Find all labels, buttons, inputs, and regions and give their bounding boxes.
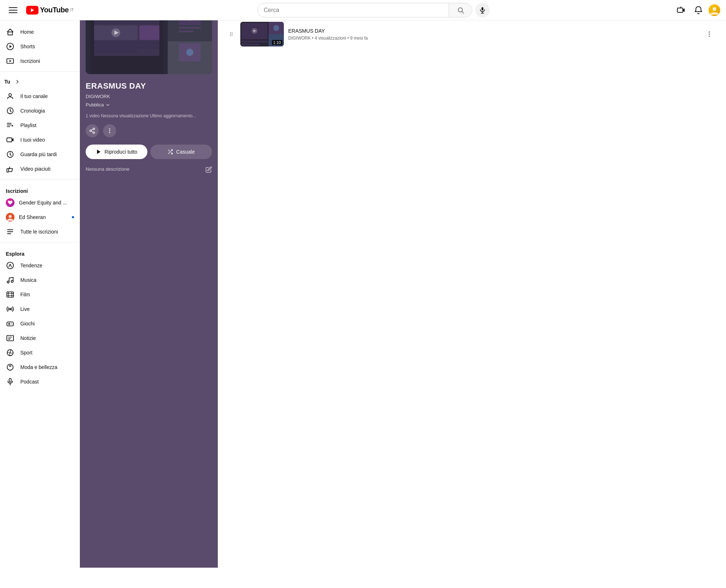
fashion-icon (6, 363, 15, 372)
playlist-channel: DIGIWORK (86, 94, 212, 99)
sidebar-item-liked[interactable]: Video piaciuti (1, 162, 78, 176)
sidebar-item-music[interactable]: Musica (1, 273, 78, 287)
sidebar-item-channel[interactable]: Il tuo canale (1, 89, 78, 104)
hamburger-icon (9, 6, 17, 15)
drag-handle[interactable] (228, 31, 234, 37)
sidebar-item-sport[interactable]: Sport (1, 345, 78, 360)
notifications-button[interactable] (691, 3, 706, 17)
playlist-panel: ERASMUS DAY DIGIWORK Pubblica 1 video Ne… (80, 0, 218, 568)
sidebar-item-subscriptions[interactable]: Iscrizioni (1, 54, 78, 68)
video-separator-2: • (347, 36, 350, 41)
person-icon (6, 92, 15, 101)
bell-icon (694, 6, 703, 15)
play-all-button[interactable]: Riproduci tutto (86, 145, 147, 159)
podcast-icon (6, 377, 15, 386)
sidebar-label-all-subscriptions: Tutte le iscrizioni (20, 229, 58, 235)
svg-point-20 (9, 94, 11, 96)
sidebar-item-news[interactable]: Notizie (1, 331, 78, 345)
playlist-stats: 1 video Nessuna visualizzazione Ultimo a… (86, 113, 212, 118)
visibility-button[interactable]: Pubblica (86, 102, 110, 108)
more-dots-icon (106, 127, 113, 134)
thumb-left (240, 22, 269, 46)
header-center (257, 3, 490, 17)
avatar-icon (709, 4, 720, 16)
sidebar-item-home[interactable]: Home (1, 25, 78, 39)
svg-point-75 (186, 49, 193, 56)
sidebar-item-gaming[interactable]: Giochi (1, 316, 78, 331)
sidebar-user-label: Tu (4, 79, 10, 85)
sidebar-item-films[interactable]: Film (1, 287, 78, 302)
table-row[interactable]: 1:10 ERASMUS DAY DIGIWORK • 4 visualizza… (227, 19, 717, 49)
video-thumbnail: 1:10 (240, 22, 284, 46)
sidebar-item-shorts[interactable]: Shorts (1, 39, 78, 54)
music-icon (6, 276, 15, 284)
sidebar-divider-3 (0, 242, 80, 242)
svg-rect-10 (677, 8, 683, 12)
ed-sheeran-avatar (6, 213, 15, 222)
watch-later-icon (6, 150, 15, 159)
video-more-button[interactable] (703, 28, 716, 41)
svg-marker-25 (12, 125, 14, 127)
sport-icon (6, 348, 15, 357)
playlist-btn-row: Riproduci tutto Casuale (86, 145, 212, 159)
sidebar-label-ed-sheeran: Ed Sheeran (19, 214, 46, 220)
more-options-button[interactable] (103, 124, 116, 137)
chevron-down-icon (105, 102, 110, 108)
sidebar-item-watch-later[interactable]: Guarda più tardi (1, 147, 78, 162)
share-button[interactable] (86, 124, 99, 137)
svg-rect-26 (7, 138, 12, 142)
sidebar-item-podcast[interactable]: Podcast (1, 374, 78, 389)
sidebar-item-playlists[interactable]: Playlist (1, 118, 78, 133)
avatar[interactable] (709, 4, 720, 16)
sidebar-sub-ed-sheeran[interactable]: Ed Sheeran (1, 210, 78, 224)
history-icon (6, 106, 15, 115)
sidebar-label-sport: Sport (20, 350, 32, 356)
drag-icon (228, 31, 234, 37)
svg-point-89 (232, 32, 232, 33)
sidebar-item-fashion[interactable]: Moda e bellezza (1, 360, 78, 374)
sidebar-item-trending[interactable]: Tendenze (1, 258, 78, 273)
film-icon (6, 290, 15, 299)
video-list: Ordina (218, 0, 726, 568)
shuffle-button[interactable]: Casuale (150, 145, 212, 159)
sidebar-label-gender-equity: Gender Equity and ... (19, 200, 67, 206)
menu-button[interactable] (6, 3, 20, 17)
svg-point-93 (232, 35, 232, 36)
thumb-side-bottom (168, 41, 212, 74)
sidebar-item-all-subscriptions[interactable]: Tutte le iscrizioni (1, 224, 78, 239)
sidebar-user-section[interactable]: Tu (0, 74, 80, 89)
video-title: ERASMUS DAY (288, 28, 698, 34)
home-icon (6, 28, 15, 36)
svg-rect-1 (9, 10, 17, 11)
svg-rect-53 (9, 378, 11, 382)
sidebar-item-live[interactable]: Live (1, 302, 78, 316)
svg-point-35 (11, 280, 13, 283)
svg-point-77 (90, 130, 91, 132)
create-button[interactable] (674, 3, 688, 17)
chevron-right-icon (15, 79, 20, 85)
sidebar-item-your-videos[interactable]: I tuoi video (1, 133, 78, 147)
video-separator: • (312, 36, 315, 41)
explore-title: Esplora (0, 245, 80, 258)
sidebar-label-music: Musica (20, 277, 36, 283)
logo[interactable]: YouTubeIT (26, 6, 74, 15)
edit-description-button[interactable] (205, 166, 212, 173)
header: YouTubeIT (0, 0, 726, 20)
svg-point-46 (12, 324, 13, 325)
search-input[interactable] (258, 7, 449, 13)
svg-rect-2 (9, 12, 17, 13)
playlist-title: ERASMUS DAY (86, 81, 212, 91)
svg-rect-0 (9, 7, 17, 8)
svg-marker-17 (9, 45, 12, 48)
sidebar-item-history[interactable]: Cronologia (1, 104, 78, 118)
video-icon (6, 135, 15, 144)
main-content: ERASMUS DAY DIGIWORK Pubblica 1 video Ne… (80, 0, 726, 568)
live-icon (6, 305, 15, 313)
sidebar-label-gaming: Giochi (20, 321, 35, 327)
sidebar-sub-gender-equity[interactable]: Gender Equity and ... (1, 195, 78, 210)
sidebar-label-podcast: Podcast (20, 379, 39, 385)
mic-button[interactable] (475, 3, 490, 17)
sidebar-label-history: Cronologia (20, 108, 45, 114)
search-button[interactable] (449, 3, 472, 17)
sidebar-label-subscriptions: Iscrizioni (20, 58, 40, 64)
